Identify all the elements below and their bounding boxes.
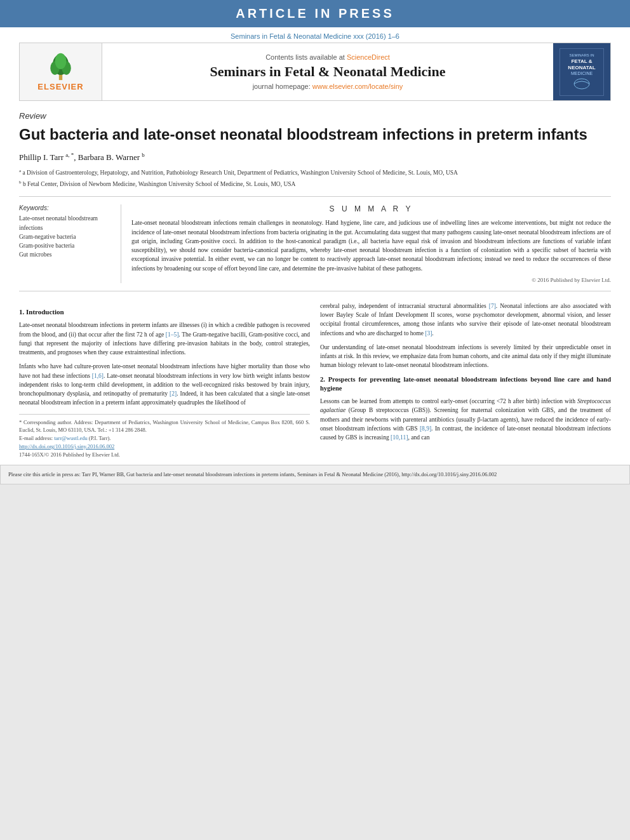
cite-box-text: Please cite this article in press as: Ta… — [8, 471, 497, 477]
article-main-title: Gut bacteria and late-onset neonatal blo… — [19, 124, 611, 144]
footnote-issn: 1744-165X/© 2016 Published by Elsevier L… — [19, 451, 310, 459]
journal-homepage-line: journal homepage: www.elsevier.com/locat… — [253, 83, 403, 90]
article-content: Review Gut bacteria and late-onset neona… — [0, 101, 630, 465]
main-body: 1. Introduction Late-onset neonatal bloo… — [19, 302, 611, 459]
summary-col: S U M M A R Y Late-onset neonatal bloods… — [121, 204, 611, 283]
ref-10-11: [10,11] — [391, 434, 408, 441]
section1-right-para1: cerebral palsy, independent of intracran… — [320, 302, 611, 338]
elsevier-logo-left: ELSEVIER — [20, 43, 102, 100]
homepage-link[interactable]: www.elsevier.com/locate/siny — [312, 83, 403, 90]
divider-2 — [19, 291, 611, 291]
journal-title-header: Seminars in Fetal & Neonatal Medicine — [210, 63, 446, 80]
contents-text: Contents lists available at — [265, 53, 345, 61]
journal-ref-text: Seminars in Fetal & Neonatal Medicine xx… — [231, 32, 399, 40]
left-col: 1. Introduction Late-onset neonatal bloo… — [19, 302, 310, 459]
keywords-col: Keywords: Late-onset neonatal bloodstrea… — [19, 204, 121, 283]
keyword-4: Gut microbes — [19, 250, 111, 259]
svg-point-5 — [574, 79, 589, 89]
ref-1-5: [1–5] — [166, 331, 179, 338]
right-col: cerebral palsy, independent of intracran… — [320, 302, 611, 459]
journal-logo-right: SEMINARS IN FETAL &NEONATAL MEDICINE — [553, 43, 610, 100]
right-logo-top-text: SEMINARS IN — [569, 53, 594, 57]
page-container: ARTICLE IN PRESS Seminars in Fetal & Neo… — [0, 0, 630, 484]
author-a-super: a, * — [65, 152, 74, 158]
keywords-title: Keywords: — [19, 204, 111, 211]
author-b-super: b — [142, 152, 145, 158]
keyword-3: Gram-positive bacteria — [19, 241, 111, 250]
homepage-label: journal homepage: — [253, 83, 311, 90]
keywords-summary-row: Keywords: Late-onset neonatal bloodstrea… — [19, 204, 611, 283]
right-logo-main-text: FETAL &NEONATAL — [568, 58, 595, 70]
footnote-email-link[interactable]: tarr@wustl.edu — [54, 435, 87, 441]
footnote-section: * Corresponding author. Address: Departm… — [19, 414, 310, 459]
ref-2: [2] — [170, 390, 177, 397]
elsevier-text: ELSEVIER — [37, 82, 83, 91]
section1-para1: Late-onset neonatal bloodstream infectio… — [19, 321, 310, 357]
right-logo-icon — [566, 77, 598, 90]
article-type: Review — [19, 111, 611, 121]
summary-text: Late-onset neonatal bloodstream infectio… — [131, 218, 611, 273]
sciencedirect-line: Contents lists available at ScienceDirec… — [265, 53, 390, 61]
footnote-email-suffix: (P.I. Tarr). — [89, 435, 111, 441]
article-in-press-banner: ARTICLE IN PRESS — [0, 0, 630, 27]
right-logo-box: SEMINARS IN FETAL &NEONATAL MEDICINE — [560, 48, 604, 96]
doi-link[interactable]: http://dx.doi.org/10.1016/j.siny.2016.06… — [19, 443, 114, 450]
summary-copyright: © 2016 Published by Elsevier Ltd. — [131, 277, 611, 283]
banner-text: ARTICLE IN PRESS — [236, 6, 394, 20]
footnote-email-line: E-mail address: tarr@wustl.edu (P.I. Tar… — [19, 434, 310, 443]
cite-box: Please cite this article in press as: Ta… — [0, 465, 630, 484]
elsevier-logo: ELSEVIER — [37, 52, 83, 91]
keyword-1: Late-onset neonatal bloodstream infectio… — [19, 214, 111, 232]
section1-heading: 1. Introduction — [19, 307, 310, 317]
section1-para2: Infants who have had culture-proven late… — [19, 362, 310, 407]
elsevier-tree-icon — [43, 52, 78, 81]
ref-7: [7] — [489, 303, 496, 309]
ref-8-9: [8,9] — [420, 425, 431, 432]
authors-line: Phillip I. Tarr a, *, Barbara B. Warner … — [19, 152, 611, 163]
section2-para1: Lessons can be learned from attempts to … — [320, 397, 611, 442]
footnote-doi: http://dx.doi.org/10.1016/j.siny.2016.06… — [19, 443, 310, 451]
ref-1-6: [1,6] — [92, 373, 104, 379]
summary-title: S U M M A R Y — [131, 204, 611, 213]
section2-heading: 2. Prospects for preventing late-onset n… — [320, 375, 611, 394]
keyword-2: Gram-negative bacteria — [19, 232, 111, 241]
footnote-email-label: E-mail address: — [19, 435, 53, 441]
footnote-corresponding: * Corresponding author. Address: Departm… — [19, 418, 310, 435]
svg-point-4 — [55, 53, 66, 69]
right-logo-subtitle-text: MEDICINE — [571, 71, 593, 76]
journal-ref-line: Seminars in Fetal & Neonatal Medicine xx… — [0, 27, 630, 43]
sciencedirect-link[interactable]: ScienceDirect — [347, 53, 390, 61]
divider-1 — [19, 196, 611, 197]
ref-3: [3] — [425, 330, 432, 337]
journal-header: ELSEVIER Contents lists available at Sci… — [19, 43, 611, 101]
journal-center: Contents lists available at ScienceDirec… — [102, 43, 553, 100]
section1-right-para2: Our understanding of late-onset neonatal… — [320, 343, 611, 370]
affiliation-b: b b Fetal Center, Division of Newborn Me… — [19, 180, 611, 189]
affiliation-a: a a Division of Gastroenterology, Hepato… — [19, 168, 611, 177]
